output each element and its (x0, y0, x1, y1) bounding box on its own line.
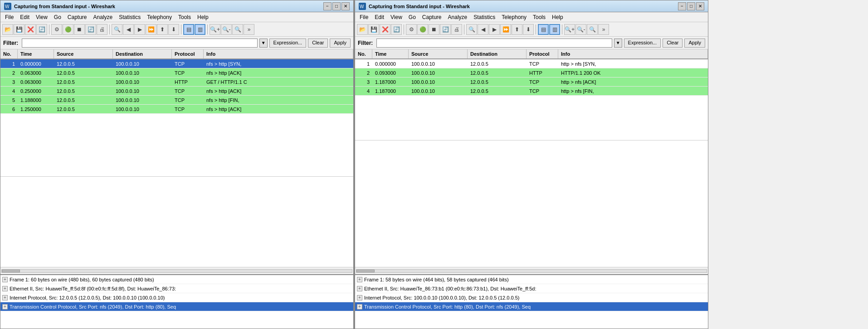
detail-row-right-1[interactable]: + Ethernet II, Src: HuaweiTe_86:73:b1 (0… (355, 284, 708, 293)
tb-next-left[interactable]: ▶ (134, 24, 145, 35)
filter-dropdown-left[interactable]: ▼ (259, 39, 268, 48)
expand-icon[interactable]: + (2, 295, 8, 300)
tb-options-left[interactable]: ⚙ (51, 24, 62, 35)
tb-zoom-out-left[interactable]: 🔍- (221, 24, 232, 35)
tb-zoom-reset-right[interactable]: 🔍 (587, 24, 598, 35)
tb-save-right[interactable]: 💾 (368, 24, 379, 35)
restore-btn-right[interactable]: □ (687, 2, 695, 10)
tb-find-left[interactable]: 🔍 (112, 24, 122, 35)
tb-pane1-right[interactable]: ▤ (538, 24, 549, 35)
detail-row-right-0[interactable]: + Frame 1: 58 bytes on wire (464 bits), … (355, 275, 708, 284)
filter-apply-left[interactable]: Apply (330, 39, 351, 48)
tb-pane2-left[interactable]: ▥ (195, 24, 205, 35)
tb-stop-left[interactable]: ⏹ (74, 24, 85, 35)
tb-save-left[interactable]: 💾 (14, 24, 24, 35)
tb-capture-left[interactable]: 🟢 (63, 24, 73, 35)
packet-row-left-4[interactable]: 5 1.188000 12.0.0.5 100.0.0.10 TCP nfs >… (0, 96, 353, 105)
tb-restart-left[interactable]: 🔄 (85, 24, 96, 35)
packet-row-left-5[interactable]: 6 1.250000 12.0.0.5 100.0.0.10 TCP nfs >… (0, 105, 353, 114)
tb-zoom-reset-left[interactable]: 🔍 (232, 24, 243, 35)
expand-icon[interactable]: + (357, 304, 362, 310)
minimize-btn-left[interactable]: − (323, 2, 332, 10)
filter-expression-left[interactable]: Expression... (269, 39, 307, 48)
tb-prev-right[interactable]: ◀ (478, 24, 488, 35)
tb-zoom-in-left[interactable]: 🔍+ (210, 24, 220, 35)
tb-open-right[interactable]: 📂 (357, 24, 368, 35)
scrollbar-h-right[interactable] (355, 267, 708, 274)
menu-telephony-right[interactable]: Telephony (499, 13, 529, 21)
detail-row-right-2[interactable]: + Internet Protocol, Src: 100.0.0.10 (10… (355, 293, 708, 302)
tb-more-left[interactable]: » (244, 24, 254, 35)
tb-print-left[interactable]: 🖨 (97, 24, 107, 35)
tb-more-right[interactable]: » (598, 24, 609, 35)
menu-telephony-left[interactable]: Telephony (144, 13, 175, 21)
tb-open-left[interactable]: 📂 (2, 24, 13, 35)
filter-input-right[interactable] (376, 39, 612, 48)
filter-clear-right[interactable]: Clear (663, 39, 683, 48)
tb-options-right[interactable]: ⚙ (406, 24, 417, 35)
menu-help-left[interactable]: Help (195, 13, 211, 21)
detail-row-left-2[interactable]: + Internet Protocol, Src: 12.0.0.5 (12.0… (0, 293, 353, 302)
menu-capture-right[interactable]: Capture (419, 13, 444, 21)
scrollbar-h-left[interactable] (0, 267, 353, 274)
scrollbar-track-left[interactable] (1, 269, 352, 273)
menu-go-left[interactable]: Go (51, 13, 64, 21)
expand-icon[interactable]: + (357, 286, 362, 291)
scrollbar-track-right[interactable] (356, 269, 707, 273)
filter-input-left[interactable] (22, 39, 257, 48)
tb-find-right[interactable]: 🔍 (466, 24, 477, 35)
menu-help-right[interactable]: Help (549, 13, 566, 21)
tb-capture-right[interactable]: 🟢 (417, 24, 428, 35)
expand-icon[interactable]: + (357, 277, 362, 282)
menu-tools-right[interactable]: Tools (530, 13, 548, 21)
menu-analyze-right[interactable]: Analyze (445, 13, 470, 21)
packet-row-right-1[interactable]: 2 0.093000 100.0.0.10 12.0.0.5 HTTP HTTP… (355, 68, 708, 77)
packet-row-left-2[interactable]: 3 0.063000 12.0.0.5 100.0.0.10 HTTP GET … (0, 77, 353, 87)
packet-row-right-2[interactable]: 3 1.187000 100.0.0.10 12.0.0.5 TCP http … (355, 77, 708, 87)
menu-capture-left[interactable]: Capture (65, 13, 90, 21)
tb-reload-right[interactable]: 🔄 (391, 24, 402, 35)
menu-statistics-right[interactable]: Statistics (471, 13, 498, 21)
detail-row-left-1[interactable]: + Ethernet II, Src: HuaweiTe_ff:5d:8f (0… (0, 284, 353, 293)
menu-view-left[interactable]: View (33, 13, 50, 21)
filter-expression-right[interactable]: Expression... (624, 39, 661, 48)
tb-close-right[interactable]: ❌ (380, 24, 390, 35)
menu-tools-left[interactable]: Tools (176, 13, 194, 21)
packet-row-left-3[interactable]: 4 0.250000 12.0.0.5 100.0.0.10 TCP nfs >… (0, 87, 353, 96)
tb-down-right[interactable]: ⬇ (523, 24, 534, 35)
packet-row-left-1[interactable]: 2 0.063000 12.0.0.5 100.0.0.10 TCP nfs >… (0, 68, 353, 77)
tb-restart-right[interactable]: 🔄 (440, 24, 451, 35)
menu-view-right[interactable]: View (388, 13, 405, 21)
tb-up-left[interactable]: ⬆ (157, 24, 168, 35)
filter-dropdown-right[interactable]: ▼ (614, 39, 622, 48)
menu-statistics-left[interactable]: Statistics (116, 13, 143, 21)
tb-reload-left[interactable]: 🔄 (36, 24, 47, 35)
close-btn-left[interactable]: ✕ (341, 2, 350, 10)
tb-jump-left[interactable]: ⏩ (146, 24, 156, 35)
expand-icon[interactable]: + (2, 304, 8, 310)
menu-edit-left[interactable]: Edit (17, 13, 32, 21)
filter-apply-right[interactable]: Apply (684, 39, 705, 48)
menu-analyze-left[interactable]: Analyze (91, 13, 116, 21)
tb-pane1-left[interactable]: ▤ (183, 24, 194, 35)
tb-jump-right[interactable]: ⏩ (500, 24, 511, 35)
menu-edit-right[interactable]: Edit (372, 13, 387, 21)
tb-next-right[interactable]: ▶ (489, 24, 500, 35)
tb-prev-left[interactable]: ◀ (123, 24, 134, 35)
tb-print-right[interactable]: 🖨 (451, 24, 462, 35)
restore-btn-left[interactable]: □ (332, 2, 341, 10)
expand-icon[interactable]: + (2, 277, 8, 282)
detail-row-left-0[interactable]: + Frame 1: 60 bytes on wire (480 bits), … (0, 275, 353, 284)
menu-file-right[interactable]: File (357, 13, 371, 21)
packet-row-right-3[interactable]: 4 1.187000 100.0.0.10 12.0.0.5 TCP http … (355, 87, 708, 96)
tb-close-left[interactable]: ❌ (25, 24, 36, 35)
packet-row-left-0[interactable]: 1 0.000000 12.0.0.5 100.0.0.10 TCP nfs >… (0, 59, 353, 68)
tb-up-right[interactable]: ⬆ (512, 24, 522, 35)
detail-row-right-3[interactable]: + Transmission Control Protocol, Src Por… (355, 302, 708, 311)
tb-stop-right[interactable]: ⏹ (429, 24, 439, 35)
filter-clear-left[interactable]: Clear (308, 39, 328, 48)
scrollbar-thumb-right[interactable] (356, 270, 375, 272)
scrollbar-thumb-left[interactable] (2, 270, 20, 272)
packet-row-right-0[interactable]: 1 0.000000 100.0.0.10 12.0.0.5 TCP http … (355, 59, 708, 68)
minimize-btn-right[interactable]: − (678, 2, 686, 10)
